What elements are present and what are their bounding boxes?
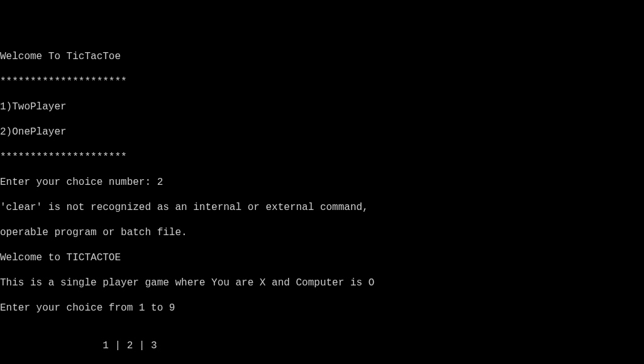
choice-prompt-with-input: Enter your choice number: 2 (0, 176, 644, 189)
separator: ********************* (0, 151, 644, 163)
game-description: This is a single player game where You a… (0, 277, 644, 289)
menu-option-twoplayer: 1)TwoPlayer (0, 101, 644, 113)
separator: ********************* (0, 75, 644, 88)
error-message-line2: operable program or batch file. (0, 226, 644, 239)
welcome-game-title: Welcome to TICTACTOE (0, 251, 644, 264)
menu-option-oneplayer: 2)OnePlayer (0, 126, 644, 138)
welcome-title: Welcome To TicTacToe (0, 50, 644, 63)
choice-instruction: Enter your choice from 1 to 9 (0, 302, 644, 314)
board-guide-row: 1 | 2 | 3 (0, 339, 644, 352)
error-message-line1: 'clear' is not recognized as an internal… (0, 201, 644, 214)
